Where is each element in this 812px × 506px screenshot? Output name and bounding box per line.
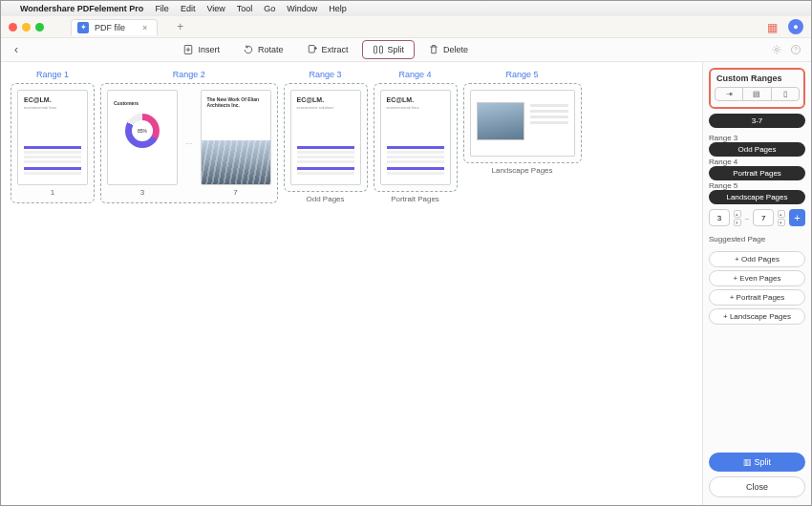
pdf-file-icon: ✦ [77, 22, 89, 33]
rotate-button[interactable]: Rotate [233, 40, 293, 59]
range-box[interactable]: EC@LM.ecomercemak hors1 [11, 83, 95, 203]
range-group[interactable]: Range 1EC@LM.ecomercemak hors1 [11, 70, 95, 203]
page-thumb-col: Customers3 [107, 90, 178, 197]
menu-edit[interactable]: Edit [181, 4, 196, 13]
page-thumb-col: The New Work Of Elian Architects Inc.7 [201, 90, 271, 197]
split-action-button[interactable]: ▥ Split [709, 453, 805, 472]
range-input-row: ▴▾ – ▴▾ + [709, 209, 805, 226]
trash-icon [428, 44, 439, 55]
mac-menubar: Wondershare PDFelement Pro File Edit Vie… [1, 1, 811, 16]
rotate-label: Rotate [258, 45, 284, 54]
range-value-pill[interactable]: Portrait Pages [709, 166, 805, 180]
to-stepper[interactable]: ▴▾ [778, 210, 785, 226]
page-canvas[interactable]: Range 1EC@LM.ecomercemak hors1Range 2Cus… [1, 62, 702, 505]
split-label: Split [388, 45, 405, 54]
range-group[interactable]: Range 3EC@LM.ecocomerce solutionsOdd Pag… [284, 70, 368, 203]
organize-toolbar: ‹ Insert Rotate Extract Split Delete [1, 37, 811, 62]
page-number: 7 [233, 188, 237, 197]
range-box[interactable]: EC@LM.ecomercemak hors [374, 83, 458, 192]
insert-button[interactable]: Insert [173, 40, 229, 59]
extract-label: Extract [322, 45, 349, 54]
range-caption: Odd Pages [307, 195, 345, 203]
from-stepper[interactable]: ▴▾ [734, 210, 741, 226]
extract-button[interactable]: Extract [297, 40, 358, 59]
menu-file[interactable]: File [155, 4, 169, 13]
range-box[interactable]: Customers3···The New Work Of Elian Archi… [100, 83, 278, 203]
ellipsis-icon: ··· [183, 138, 195, 148]
range-from-input[interactable] [709, 209, 730, 226]
range-value-pill[interactable]: Odd Pages [709, 142, 805, 157]
help-icon[interactable] [790, 44, 801, 55]
page-thumb[interactable]: The New Work Of Elian Architects Inc. [201, 90, 271, 185]
range-label: Range 4 [709, 158, 805, 166]
apps-grid-icon[interactable] [767, 21, 779, 32]
delete-label: Delete [443, 45, 468, 54]
range-mode-segment[interactable]: ⇥ ▤ ▯ [715, 87, 800, 101]
add-tab-button[interactable]: + [177, 20, 183, 33]
page-thumb-col: EC@LM.ecocomerce solutions [290, 90, 361, 185]
menu-help[interactable]: Help [329, 4, 347, 13]
page-thumb[interactable]: EC@LM.ecocomerce solutions [290, 90, 361, 185]
split-icon [373, 44, 384, 55]
suggested-page-button[interactable]: + Portrait Pages [709, 289, 805, 306]
range-title: Range 1 [36, 70, 69, 79]
document-tab[interactable]: ✦ PDF file × [71, 19, 158, 35]
seg-bookmark-icon[interactable]: ▯ [772, 88, 799, 100]
delete-button[interactable]: Delete [418, 40, 478, 59]
seg-range-icon[interactable]: ⇥ [716, 88, 743, 100]
suggested-page-button[interactable]: + Even Pages [709, 270, 805, 286]
suggested-title: Suggested Page [709, 235, 805, 243]
active-range-pill[interactable]: 3-7 [709, 114, 805, 128]
page-number: 1 [51, 188, 54, 197]
rotate-icon [243, 44, 254, 55]
settings-icon[interactable] [771, 44, 782, 55]
back-button[interactable]: ‹ [11, 43, 22, 56]
split-action-label: Split [755, 457, 772, 467]
range-dash: – [745, 214, 749, 222]
app-name[interactable]: Wondershare PDFelement Pro [20, 4, 143, 13]
svg-rect-2 [374, 46, 376, 53]
range-box[interactable]: EC@LM.ecocomerce solutions [284, 83, 368, 192]
range-title: Range 3 [310, 70, 342, 79]
page-thumb[interactable]: Customers [107, 90, 178, 185]
page-thumb[interactable]: EC@LM.ecomercemak hors [17, 90, 88, 185]
svg-rect-3 [379, 46, 382, 53]
range-group[interactable]: Range 5Landscape Pages [463, 70, 582, 203]
range-title: Range 5 [506, 70, 539, 79]
page-thumb[interactable] [470, 90, 575, 157]
close-button[interactable]: Close [709, 476, 805, 497]
range-caption: Landscape Pages [491, 166, 552, 175]
menu-window[interactable]: Window [287, 4, 317, 13]
user-avatar[interactable]: ● [788, 19, 803, 34]
split-button[interactable]: Split [362, 40, 416, 59]
range-group[interactable]: Range 4EC@LM.ecomercemak horsPortrait Pa… [374, 70, 458, 203]
svg-point-4 [776, 49, 779, 52]
range-group[interactable]: Range 2Customers3···The New Work Of Elia… [100, 70, 278, 203]
insert-label: Insert [198, 45, 220, 54]
menu-tool[interactable]: Tool [237, 4, 253, 13]
close-tab-icon[interactable]: × [142, 23, 147, 32]
suggested-page-button[interactable]: + Landscape Pages [709, 308, 805, 325]
range-value-pill[interactable]: Landscape Pages [709, 190, 805, 204]
zoom-window-icon[interactable] [35, 23, 44, 32]
window-controls [9, 23, 44, 32]
range-caption: Portrait Pages [391, 195, 439, 203]
range-title: Range 2 [173, 70, 205, 79]
insert-icon [182, 44, 194, 55]
close-window-icon[interactable] [9, 23, 17, 32]
seg-page-icon[interactable]: ▤ [743, 88, 771, 100]
menu-view[interactable]: View [206, 4, 224, 13]
menu-go[interactable]: Go [264, 4, 275, 13]
tab-title: PDF file [95, 23, 125, 32]
suggested-page-button[interactable]: + Odd Pages [709, 251, 805, 267]
custom-ranges-panel: Custom Ranges ⇥ ▤ ▯ [709, 68, 805, 109]
add-range-button[interactable]: + [789, 209, 805, 226]
page-thumb[interactable]: EC@LM.ecomercemak hors [380, 90, 451, 185]
range-box[interactable] [463, 83, 582, 163]
range-label: Range 3 [709, 134, 805, 142]
minimize-window-icon[interactable] [22, 23, 31, 32]
page-thumb-col [470, 90, 575, 157]
range-to-input[interactable] [753, 209, 774, 226]
range-label: Range 5 [709, 181, 805, 190]
page-thumb-col: EC@LM.ecomercemak hors1 [17, 90, 88, 197]
